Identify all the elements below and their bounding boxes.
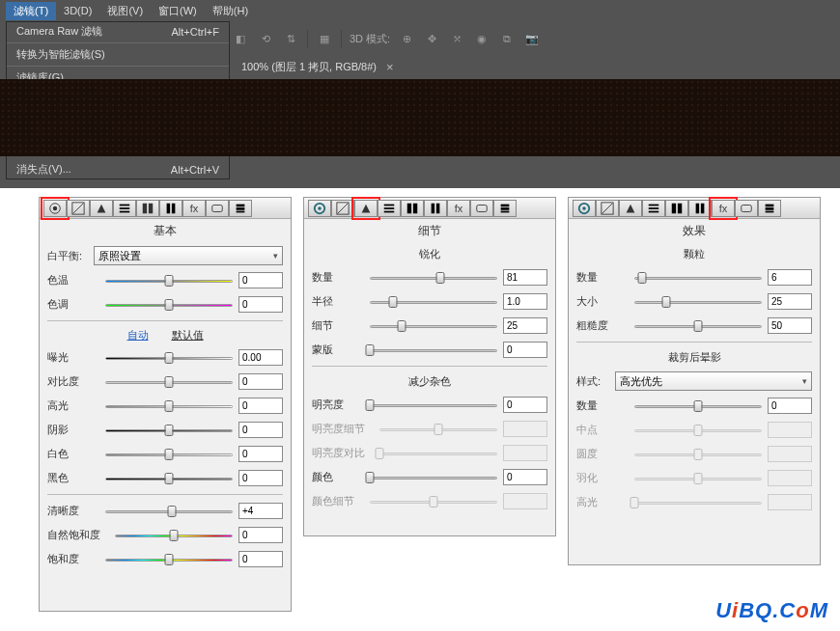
tab-detail-icon[interactable] [354, 200, 378, 217]
tab-split-icon[interactable] [401, 200, 424, 217]
menu-3d[interactable]: 3D(D) [56, 3, 99, 18]
tab-calib-icon[interactable] [470, 200, 493, 217]
mode-icon-pan[interactable]: ✥ [423, 30, 440, 47]
tab-calib-icon[interactable] [735, 200, 758, 217]
tab-fx-icon[interactable]: fx [447, 200, 470, 217]
blacks-slider[interactable] [105, 473, 233, 484]
sharpen-radius-input[interactable] [503, 293, 547, 310]
sharpen-amount-input[interactable] [503, 269, 547, 286]
menu-filter[interactable]: 滤镜(T) [6, 2, 56, 20]
sharpen-radius-label: 半径 [312, 294, 370, 309]
tab-curve-icon[interactable] [67, 200, 90, 217]
highlights-input[interactable] [238, 398, 283, 414]
mode-icon-walk[interactable]: ⧉ [498, 30, 516, 47]
grain-rough-label: 粗糙度 [576, 318, 634, 333]
exposure-input[interactable] [238, 349, 283, 366]
sharpen-detail-slider[interactable] [370, 320, 497, 332]
tab-calib-icon[interactable] [206, 200, 229, 217]
tab-preset-icon[interactable] [229, 200, 252, 217]
auto-link[interactable]: 自动 [127, 328, 149, 343]
sharpen-amount-slider[interactable] [370, 272, 497, 284]
tab-fx-icon[interactable]: fx [182, 200, 206, 217]
tab-hsl-icon[interactable] [378, 200, 401, 217]
opt-icon-3[interactable]: ⇅ [282, 30, 299, 47]
opt-icon-4[interactable]: ▦ [316, 30, 333, 47]
tab-split-icon[interactable] [136, 200, 159, 217]
sharpen-mask-input[interactable] [503, 342, 547, 358]
lum-slider[interactable] [370, 399, 497, 411]
saturation-input[interactable] [238, 551, 283, 567]
default-link[interactable]: 默认值 [172, 328, 204, 343]
tab-basic-icon[interactable] [573, 200, 596, 217]
whites-slider[interactable] [105, 449, 233, 460]
tab-basic-icon[interactable] [308, 200, 331, 217]
tab-detail-icon[interactable] [619, 200, 642, 217]
mode-icon-dolly[interactable]: ⤱ [448, 30, 465, 47]
tab-lens-icon[interactable] [424, 200, 447, 217]
tab-detail-icon[interactable] [90, 200, 113, 217]
sharpen-detail-input[interactable] [503, 317, 547, 334]
tab-basic-icon[interactable] [43, 200, 67, 217]
vignette-amount-input[interactable] [768, 398, 812, 414]
tab-curve-icon[interactable] [596, 200, 619, 217]
whites-label: 白色 [47, 447, 105, 461]
tab-hsl-icon[interactable] [642, 200, 665, 217]
mode-icon-look[interactable]: ◉ [473, 30, 490, 47]
vignette-style-select[interactable]: 高光优先▾ [615, 371, 812, 391]
dd-last-filter[interactable]: Camera Raw 滤镜Alt+Ctrl+F [7, 22, 229, 41]
contrast-input[interactable] [238, 373, 283, 390]
grain-amount-input[interactable] [768, 269, 812, 286]
grain-size-slider[interactable] [634, 296, 762, 308]
grain-rough-slider[interactable] [634, 320, 762, 332]
tab-lens-icon[interactable] [159, 200, 182, 217]
mode-icon-cam[interactable]: 📷 [523, 30, 541, 47]
tab-lens-icon[interactable] [688, 200, 712, 217]
dd-vanishing[interactable]: 消失点(V)...Alt+Ctrl+V [7, 160, 229, 178]
menu-view[interactable]: 视图(V) [99, 2, 151, 20]
tab-split-icon[interactable] [665, 200, 688, 217]
whites-input[interactable] [238, 446, 283, 462]
blacks-input[interactable] [238, 470, 283, 486]
tab-hsl-icon[interactable] [113, 200, 136, 217]
svg-point-1 [53, 206, 57, 209]
sharpen-radius-slider[interactable] [370, 296, 497, 308]
highlights-slider[interactable] [105, 400, 233, 412]
clarity-slider[interactable] [105, 506, 233, 517]
clarity-input[interactable] [238, 503, 283, 519]
vibrance-slider[interactable] [115, 530, 233, 541]
dd-convert-smart[interactable]: 转换为智能滤镜(S) [7, 45, 229, 64]
saturation-slider[interactable] [105, 554, 233, 565]
menu-help[interactable]: 帮助(H) [205, 2, 256, 20]
tab-preset-icon[interactable] [493, 200, 517, 217]
grain-amount-slider[interactable] [634, 272, 762, 284]
temp-input[interactable] [238, 272, 283, 288]
opt-icon-1[interactable]: ◧ [232, 30, 249, 47]
opt-icon-2[interactable]: ⟲ [257, 30, 274, 47]
shadows-input[interactable] [238, 422, 283, 438]
noise-heading: 减少杂色 [304, 370, 555, 393]
tab-preset-icon[interactable] [758, 200, 781, 217]
document-tab[interactable]: 100% (图层 1 拷贝, RGB/8#) × [232, 56, 404, 77]
exposure-slider[interactable] [105, 352, 233, 364]
mode-icon-orbit[interactable]: ⊕ [398, 30, 415, 47]
vibrance-input[interactable] [238, 527, 283, 543]
grain-size-input[interactable] [768, 293, 812, 310]
tint-slider[interactable] [105, 299, 233, 311]
temp-slider[interactable] [105, 275, 233, 287]
wb-select[interactable]: 原照设置▾ [94, 246, 283, 265]
tab-fx-icon[interactable]: fx [712, 200, 735, 217]
svg-rect-23 [436, 203, 440, 213]
menu-window[interactable]: 窗口(W) [151, 2, 205, 20]
tab-curve-icon[interactable] [331, 200, 354, 217]
contrast-slider[interactable] [105, 376, 233, 388]
color-noise-slider[interactable] [370, 472, 497, 483]
grain-rough-input[interactable] [768, 317, 812, 334]
vignette-round-input [768, 446, 812, 462]
lum-input[interactable] [503, 397, 547, 413]
shadows-slider[interactable] [105, 425, 233, 436]
sharpen-mask-slider[interactable] [370, 344, 497, 356]
vignette-amount-slider[interactable] [634, 400, 762, 412]
color-noise-input[interactable] [503, 469, 547, 485]
tint-input[interactable] [238, 296, 283, 313]
close-icon[interactable]: × [386, 60, 394, 74]
